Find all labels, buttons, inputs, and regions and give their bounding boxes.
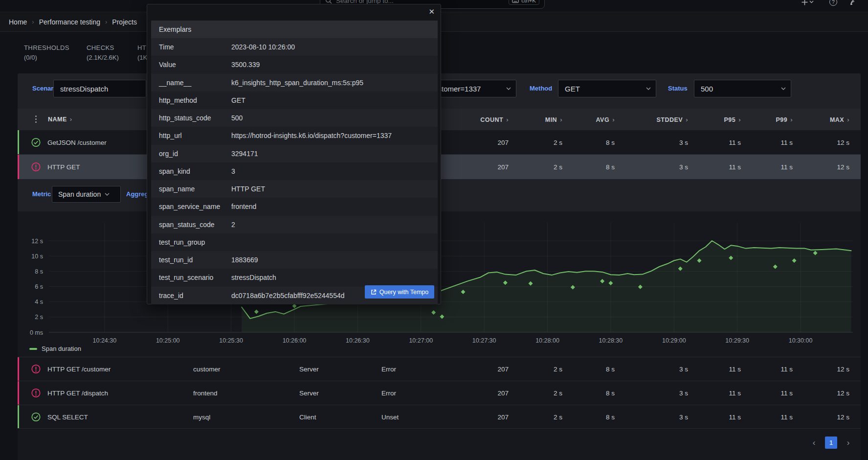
column-value: 2 s [554,366,562,373]
field-label: span_name [159,185,231,193]
row-status: Error [381,390,396,397]
chevron-right-icon: › [790,116,793,123]
page-number: 1 [829,439,833,446]
row-status-accent [18,357,19,381]
column-value: 8 s [606,139,615,146]
status-select[interactable]: 500 [694,80,791,97]
y-axis-tick: 2 s [35,314,43,321]
breadcrumb-performance-testing[interactable]: Performance testing [39,18,100,26]
method-select[interactable]: GET [558,80,656,97]
exemplar-field-http-status-code: http_status_code 500 [151,109,438,127]
metric-select[interactable]: Span duration [52,186,121,203]
x-axis-tick: 10:29:30 [725,337,749,344]
chevron-right-icon: › [686,116,688,123]
exemplar-field-http-url: http_url https://hotrod-insights.k6.io/d… [151,127,438,144]
column-header[interactable]: STDDEV› [656,116,688,123]
column-header[interactable]: COUNT› [480,116,509,123]
exemplar-marker[interactable] [292,304,297,308]
query-with-tempo-button[interactable]: Query with Tempo [365,285,434,299]
exemplar-marker[interactable] [254,309,259,314]
tab-http[interactable]: HT (1K [137,43,147,62]
x-axis-tick: 10:28:30 [599,337,623,344]
tab-label: CHECKS [87,43,119,53]
column-value: 11 s [729,139,741,146]
row-name: HTTP GET [47,163,80,171]
column-header[interactable]: MIN› [545,116,562,123]
row-kind: Server [299,390,319,397]
field-value: 3 [231,167,235,175]
chevron-right-icon: › [506,116,509,123]
field-label: http_method [159,96,231,104]
news-button[interactable] [850,0,858,7]
column-value: 8 s [606,366,615,373]
error-circle-icon [31,365,41,374]
column-value: 8 s [606,390,615,397]
field-value: frontend [231,203,256,210]
row-service: customer [193,366,221,373]
pagination-next-button[interactable]: › [842,437,854,449]
field-value: dc0718a6b7e2b5cfabfff92e5244554d [231,292,345,299]
y-axis-tick: 0 ms [30,329,43,336]
detail-row-http-get-customer[interactable]: HTTP GET /customer customer Server Error… [18,357,861,381]
column-header[interactable]: AVG› [596,116,615,123]
legend-label: Span duration [42,345,81,352]
pagination-page-1[interactable]: 1 [825,437,837,449]
row-name: GetJSON /customer [47,139,107,146]
chevron-down-icon [105,193,110,196]
column-value: 3 s [679,366,688,373]
chevron-down-icon [646,87,651,90]
k6-performance-results-page: Search or jump to... ctrl+K ? [0,0,868,460]
status-value: 500 [701,85,777,93]
column-value: 2 s [554,414,562,421]
tab-thresholds[interactable]: THRESHOLDS (0/0) [24,43,69,62]
column-value: 12 s [837,390,849,397]
add-menu-button[interactable] [801,0,814,7]
external-link-icon [371,289,377,295]
help-button[interactable]: ? [829,0,837,7]
column-value: 11 s [729,414,741,421]
breadcrumb-home[interactable]: Home [9,18,27,26]
column-value: 3 s [679,139,688,146]
field-label: test_run_group [159,238,231,246]
search-icon [325,0,332,4]
x-axis-tick: 10:25:00 [156,337,180,344]
divider [18,428,861,429]
check-circle-icon [31,138,41,147]
pagination-prev-button[interactable]: ‹ [808,437,820,449]
field-label: test_run_scenario [159,274,231,281]
exemplars-popup: ✕ Exemplars Time 2023-08-10 10:26:00 Val… [147,4,441,304]
tab-value: (2.1K/2.6K) [87,53,119,62]
detail-row-sql-select[interactable]: SQL SELECT mysql Client Unset 2072 s8 s3… [18,405,861,429]
row-name: HTTP GET /customer [47,366,111,373]
x-axis-tick: 10:28:00 [535,337,559,344]
tab-checks[interactable]: CHECKS (2.1K/2.6K) [87,43,119,62]
close-icon[interactable]: ✕ [428,7,435,16]
detail-row-http-get-dispatch[interactable]: HTTP GET /dispatch frontend Server Error… [18,381,861,405]
error-circle-icon [31,389,41,398]
kebab-menu-icon[interactable] [34,115,38,123]
row-name: SQL SELECT [47,414,88,421]
scenario-select[interactable]: stressDispatch [53,80,146,97]
breadcrumb-separator-icon: › [32,18,34,25]
column-value: 12 s [837,414,849,421]
field-label: span_kind [159,167,231,175]
legend-swatch [29,348,37,350]
scenario-value: stressDispatch [60,85,141,93]
field-value: 3500.339 [231,61,260,69]
column-header[interactable]: P95› [724,116,741,123]
exemplars-table: Exemplars Time 2023-08-10 10:26:00 Value… [151,21,438,304]
column-value: 3 s [679,390,688,397]
row-status: Error [381,366,396,373]
column-value: 12 s [837,163,849,171]
chevron-right-icon: › [847,116,849,123]
column-header[interactable]: MAX› [830,116,849,123]
legend-span-duration[interactable]: Span duration [29,345,81,352]
column-value: 3 s [679,414,688,421]
name-column-header[interactable]: NAME› [48,109,72,130]
column-header[interactable]: P99› [776,116,793,123]
breadcrumb-projects[interactable]: Projects [112,18,137,26]
row-kind: Client [299,414,316,421]
column-value: 2 s [554,163,562,171]
field-value: 2 [231,221,235,229]
y-axis-tick: 8 s [35,268,43,275]
